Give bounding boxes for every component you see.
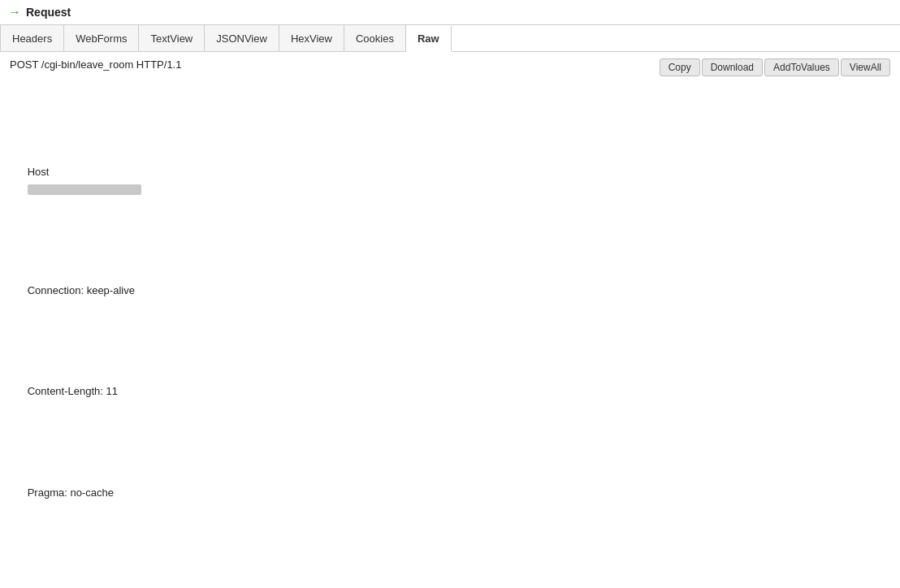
tab-cookies[interactable]: Cookies	[344, 25, 406, 51]
arrow-icon: →	[8, 5, 21, 19]
request-title: Request	[26, 6, 71, 19]
addtovalues-button[interactable]: AddToValues	[764, 58, 839, 76]
connection-text: Connection: keep-alive	[28, 284, 135, 296]
download-button[interactable]: Download	[702, 58, 763, 76]
tab-raw[interactable]: Raw	[406, 26, 452, 52]
request-line: POST /cgi-bin/leave_room HTTP/1.1	[10, 58, 660, 71]
host-line: Host	[10, 147, 890, 214]
content-length-text: Content-Length: 11	[28, 385, 118, 397]
pragma-text: Pragma: no-cache	[28, 486, 114, 499]
tabs-bar: Headers WebForms TextView JSONView HexVi…	[0, 25, 900, 52]
request-section-header: → Request	[0, 0, 900, 25]
pragma-line: Pragma: no-cache	[10, 468, 890, 518]
toolbar-buttons: Copy Download AddToValues ViewAll	[660, 58, 890, 76]
content-length-line: Content-Length: 11	[10, 367, 890, 417]
tab-webforms[interactable]: WebForms	[64, 25, 139, 51]
tab-hexview[interactable]: HexView	[279, 25, 344, 51]
raw-content: Host Connection: keep-alive Content-Leng…	[10, 80, 890, 588]
host-label: Host	[28, 166, 55, 178]
toolbar-row: POST /cgi-bin/leave_room HTTP/1.1 Copy D…	[10, 58, 890, 76]
tab-textview[interactable]: TextView	[139, 25, 205, 51]
cache-control-line: Cache-Control: no-cache	[10, 569, 890, 588]
connection-line: Connection: keep-alive	[10, 266, 890, 316]
content-area: POST /cgi-bin/leave_room HTTP/1.1 Copy D…	[0, 52, 900, 588]
tab-jsonview[interactable]: JSONView	[205, 25, 279, 51]
host-blurred	[28, 184, 141, 195]
copy-button[interactable]: Copy	[660, 58, 700, 76]
tab-headers[interactable]: Headers	[0, 25, 64, 51]
viewall-button[interactable]: ViewAll	[841, 58, 890, 76]
